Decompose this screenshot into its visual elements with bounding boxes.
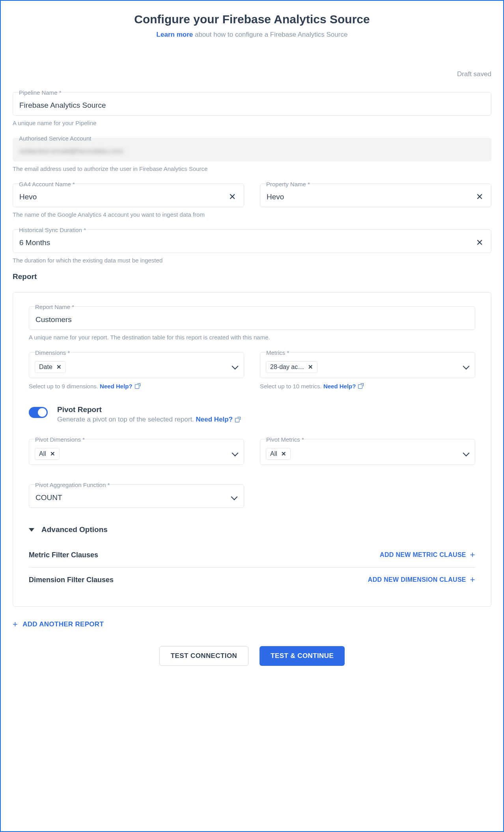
chip-label: All — [39, 450, 46, 457]
metrics-helper: Select up to 10 metrics. Need Help? — [260, 383, 475, 390]
report-name-helper: A unique name for your report. The desti… — [29, 334, 475, 341]
pivot-dimension-chip: All ✕ — [35, 448, 60, 460]
chevron-down-icon[interactable] — [232, 364, 238, 370]
pivot-metric-chip: All ✕ — [266, 448, 291, 460]
plus-icon: + — [13, 620, 18, 629]
report-name-label: Report Name * — [35, 304, 475, 310]
clear-icon[interactable]: ✕ — [227, 193, 237, 201]
chevron-down-icon[interactable] — [231, 495, 237, 501]
external-link-icon — [235, 417, 240, 422]
remove-chip-icon[interactable]: ✕ — [281, 450, 286, 457]
pivot-metrics-label: Pivot Metrics * — [266, 436, 475, 443]
historical-sync-helper: The duration for which the existing data… — [13, 257, 491, 264]
advanced-options-toggle[interactable]: Advanced Options — [29, 525, 475, 534]
remove-chip-icon[interactable]: ✕ — [50, 450, 55, 457]
dimension-chip: Date ✕ — [35, 361, 66, 373]
triangle-down-icon — [29, 528, 34, 532]
page-title: Configure your Firebase Analytics Source — [13, 13, 491, 26]
pivot-agg-label: Pivot Aggregation Function * — [35, 482, 244, 488]
chip-label: 28-day ac… — [270, 364, 304, 371]
learn-more-link[interactable]: Learn more — [157, 31, 193, 38]
metrics-help-link[interactable]: Need Help? — [323, 383, 364, 390]
chevron-down-icon[interactable] — [463, 364, 469, 370]
dimension-filter-clauses-title: Dimension Filter Clauses — [29, 576, 114, 584]
pipeline-name-value: Firebase Analytics Source — [19, 101, 485, 110]
ga4-account-helper: The name of the Google Analytics 4 accou… — [13, 211, 244, 218]
chip-label: All — [270, 450, 277, 457]
report-section-heading: Report — [13, 272, 491, 281]
test-continue-button[interactable]: TEST & CONTINUE — [259, 646, 345, 666]
pivot-report-title: Pivot Report — [57, 405, 240, 414]
property-name-value: Hevo — [267, 193, 474, 201]
external-link-icon — [358, 384, 363, 389]
pivot-agg-value: COUNT — [35, 493, 62, 502]
pivot-report-desc: Generate a pivot on top of the selected … — [57, 416, 240, 423]
pivot-report-toggle[interactable] — [29, 407, 48, 418]
remove-chip-icon[interactable]: ✕ — [56, 364, 62, 371]
historical-sync-label: Historical Sync Duration * — [19, 227, 491, 233]
report-card: Report Name * Customers A unique name fo… — [13, 292, 491, 607]
metrics-label: Metrics * — [266, 349, 475, 356]
dimensions-helper: Select up to 9 dimensions. Need Help? — [29, 383, 244, 390]
page-subtitle: Learn more about how to configure a Fire… — [13, 31, 491, 39]
add-another-report-button[interactable]: + ADD ANOTHER REPORT — [13, 620, 104, 629]
subtitle-text: about how to configure a Firebase Analyt… — [193, 31, 347, 38]
metric-chip: 28-day ac… ✕ — [266, 361, 317, 373]
advanced-options-title: Advanced Options — [41, 525, 108, 534]
external-link-icon — [135, 384, 140, 389]
ga4-account-label: GA4 Account Name * — [19, 181, 244, 187]
historical-sync-value: 6 Months — [19, 238, 474, 247]
draft-status: Draft saved — [13, 70, 491, 78]
chip-label: Date — [39, 364, 52, 371]
service-account-helper: The email address used to authorize the … — [13, 165, 491, 172]
chevron-down-icon[interactable] — [232, 451, 238, 457]
service-account-label: Authorised Service Account — [19, 135, 491, 142]
remove-chip-icon[interactable]: ✕ — [308, 364, 313, 371]
dimensions-label: Dimensions * — [35, 349, 244, 356]
plus-icon: + — [470, 575, 475, 584]
report-name-value: Customers — [35, 315, 469, 324]
clear-icon[interactable]: ✕ — [474, 238, 485, 247]
metric-filter-clauses-title: Metric Filter Clauses — [29, 551, 98, 559]
pivot-dimensions-label: Pivot Dimensions * — [35, 436, 244, 443]
plus-icon: + — [470, 551, 475, 559]
test-connection-button[interactable]: TEST CONNECTION — [159, 646, 248, 666]
chevron-down-icon[interactable] — [463, 451, 469, 457]
dimensions-help-link[interactable]: Need Help? — [100, 383, 140, 390]
clear-icon[interactable]: ✕ — [474, 193, 485, 201]
add-metric-clause-button[interactable]: ADD NEW METRIC CLAUSE + — [380, 551, 475, 559]
ga4-account-value: Hevo — [19, 193, 227, 201]
add-dimension-clause-button[interactable]: ADD NEW DIMENSION CLAUSE + — [368, 575, 475, 584]
service-account-value: redacted-email@hevodata.com — [19, 147, 485, 156]
pivot-help-link[interactable]: Need Help? — [196, 416, 241, 423]
pipeline-name-label: Pipeline Name * — [19, 89, 491, 96]
pipeline-name-helper: A unique name for your Pipeline — [13, 120, 491, 126]
property-name-label: Property Name * — [266, 181, 491, 187]
